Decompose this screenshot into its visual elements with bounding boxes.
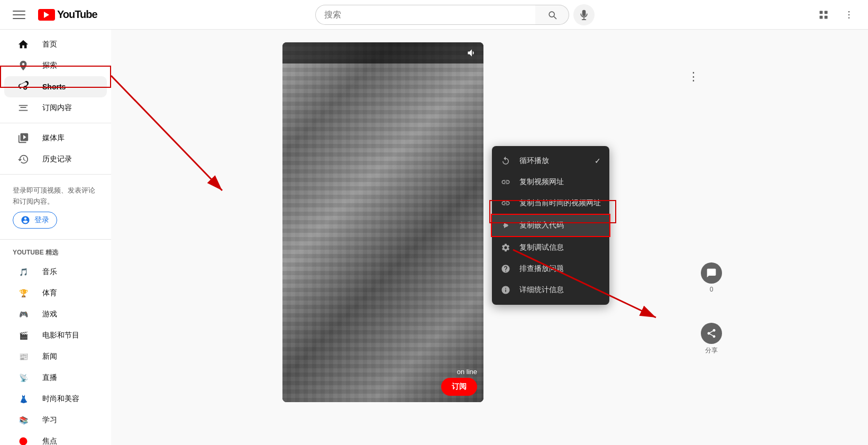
sidebar-item-history-label: 历史记录 [42, 155, 72, 164]
sidebar-item-home-label: 首页 [42, 40, 57, 49]
menu-item-loop-label: 循环播放 [519, 156, 549, 166]
main-content: on line 订阅 ⋮ 0 分享 循环播放 ✓ [111, 30, 868, 416]
menu-button[interactable] [8, 4, 30, 25]
sidebar-item-live-label: 直播 [42, 373, 57, 383]
svg-point-9 [848, 17, 850, 19]
share-action[interactable]: 分享 [701, 323, 722, 355]
svg-rect-1 [13, 14, 25, 15]
loop-icon [500, 156, 511, 166]
youtube-logo-icon [38, 9, 55, 21]
featured-section-title: YOUTUBE 精选 [0, 244, 111, 261]
menu-item-copy-debug[interactable]: 复制调试信息 [492, 237, 609, 258]
share-icon [701, 323, 722, 344]
music-icon: 🎵 [17, 266, 30, 278]
sidebar-item-live[interactable]: 📡 直播 [4, 367, 107, 388]
info-icon [500, 285, 511, 295]
subscriptions-icon [17, 102, 30, 114]
login-button-label: 登录 [34, 215, 49, 225]
context-menu: 循环播放 ✓ 复制视频网址 复制当前时间的视频网址 复制嵌入代码 复制调试信 [492, 146, 609, 305]
embed-icon [500, 220, 511, 231]
sidebar-item-subscriptions-label: 订阅内容 [42, 103, 72, 113]
explore-icon [17, 59, 30, 72]
menu-item-copy-timestamp-label: 复制当前时间的视频网址 [519, 198, 601, 208]
menu-item-copy-timestamp[interactable]: 复制当前时间的视频网址 [492, 193, 609, 214]
sidebar-item-music-label: 音乐 [42, 267, 57, 277]
volume-icon [467, 48, 477, 58]
svg-rect-6 [825, 15, 828, 19]
sidebar-item-news-label: 新闻 [42, 352, 57, 361]
sidebar-item-shorts-label: Shorts [42, 83, 66, 91]
fashion-icon: 👗 [17, 393, 30, 405]
svg-rect-2 [13, 18, 25, 19]
sidebar-divider-1 [0, 123, 111, 123]
question-icon [500, 264, 511, 274]
video-content [282, 42, 483, 402]
video-top-bar [282, 42, 483, 63]
movies-icon: 🎬 [17, 329, 30, 342]
apps-button[interactable] [813, 4, 834, 25]
search-input[interactable] [315, 5, 535, 25]
sidebar-divider-3 [0, 239, 111, 240]
svg-rect-3 [820, 11, 823, 14]
sidebar-item-music[interactable]: 🎵 音乐 [4, 261, 107, 283]
live-icon: 📡 [17, 371, 30, 384]
menu-item-stats-label: 详细统计信息 [519, 285, 564, 295]
sidebar-item-gaming-label: 游戏 [42, 310, 57, 319]
mic-button[interactable] [573, 4, 595, 25]
header-left: YouTube [8, 4, 97, 25]
sidebar-item-movies-label: 电影和节目 [42, 331, 79, 340]
logo[interactable]: YouTube [38, 8, 97, 21]
learning-icon: 📚 [17, 414, 30, 426]
sidebar-item-subscriptions[interactable]: 订阅内容 [4, 97, 107, 119]
news-icon: 📰 [17, 350, 30, 363]
menu-item-copy-url[interactable]: 复制视频网址 [492, 171, 609, 193]
header-right [813, 4, 860, 25]
shorts-icon [17, 80, 30, 93]
sidebar-item-home[interactable]: 首页 [4, 34, 107, 55]
share-label: 分享 [705, 346, 718, 355]
sidebar-item-news[interactable]: 📰 新闻 [4, 346, 107, 367]
sidebar-item-fashion-label: 时尚和美容 [42, 394, 79, 404]
more-button[interactable] [838, 4, 860, 25]
sidebar: 首页 探索 Shorts 订阅内容 媒体库 历史记录 登录即可顶视频、发表评论和… [0, 30, 111, 445]
video-bottom-text: on line [457, 368, 477, 376]
sidebar-item-gaming[interactable]: 🎮 游戏 [4, 304, 107, 325]
menu-item-troubleshoot[interactable]: 排查播放问题 [492, 258, 609, 279]
header: YouTube [0, 0, 868, 30]
library-icon [17, 132, 30, 144]
search-button[interactable] [535, 5, 569, 25]
svg-point-7 [848, 11, 850, 12]
sidebar-item-fashion[interactable]: 👗 时尚和美容 [4, 388, 107, 410]
sidebar-item-sports[interactable]: 🏆 体育 [4, 283, 107, 304]
video-actions: 0 分享 [701, 262, 722, 355]
comment-icon [701, 262, 722, 284]
svg-point-8 [848, 14, 850, 15]
menu-item-loop[interactable]: 循环播放 ✓ [492, 150, 609, 171]
subscribe-button[interactable]: 订阅 [441, 378, 477, 396]
comment-count: 0 [710, 286, 714, 293]
sidebar-item-learning[interactable]: 📚 学习 [4, 410, 107, 431]
login-button[interactable]: 登录 [13, 212, 57, 229]
sidebar-item-library-label: 媒体库 [42, 133, 65, 143]
comment-action[interactable]: 0 [701, 262, 722, 293]
svg-line-13 [111, 76, 222, 190]
video-more-button[interactable]: ⋮ [688, 70, 699, 84]
home-icon [17, 38, 30, 51]
search-bar [315, 5, 569, 25]
sidebar-item-library[interactable]: 媒体库 [4, 128, 107, 149]
sidebar-item-spotlight[interactable]: 焦点 [4, 431, 107, 445]
sidebar-item-explore-label: 探索 [42, 61, 57, 70]
sidebar-item-sports-label: 体育 [42, 288, 57, 298]
svg-rect-5 [820, 15, 823, 19]
menu-item-troubleshoot-label: 排查播放问题 [519, 264, 564, 274]
sidebar-item-shorts[interactable]: Shorts [4, 76, 107, 97]
menu-item-copy-embed-label: 复制嵌入代码 [519, 221, 564, 230]
menu-item-copy-embed[interactable]: 复制嵌入代码 [491, 214, 610, 237]
sidebar-item-explore[interactable]: 探索 [4, 55, 107, 76]
header-center [97, 4, 813, 25]
sidebar-item-history[interactable]: 历史记录 [4, 149, 107, 170]
video-player: on line 订阅 [282, 42, 483, 402]
sidebar-item-movies[interactable]: 🎬 电影和节目 [4, 325, 107, 346]
logo-text: YouTube [57, 8, 97, 21]
menu-item-stats[interactable]: 详细统计信息 [492, 279, 609, 301]
